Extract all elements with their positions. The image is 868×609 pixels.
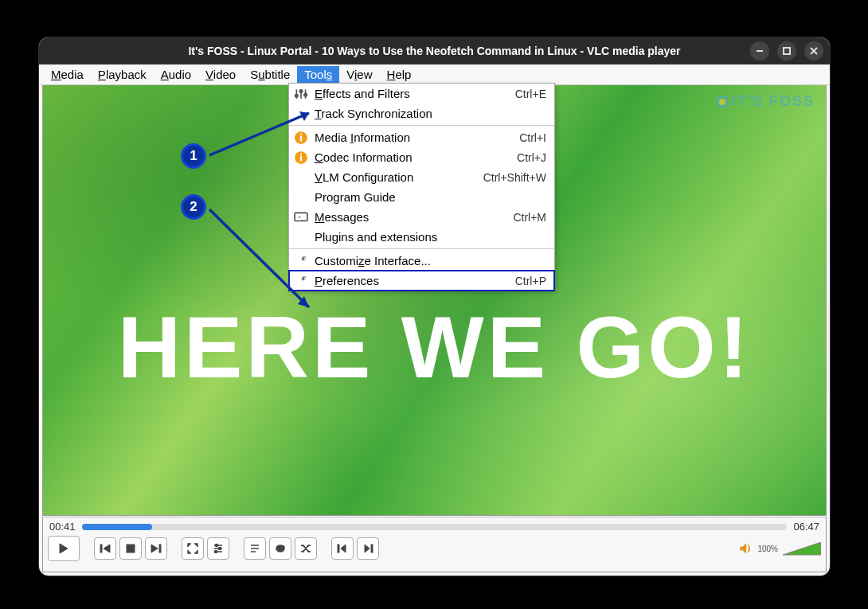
time-bar: 00:41 06:47 <box>43 517 826 534</box>
tools-menu-item[interactable]: Effects and FiltersCtrl+E <box>289 84 554 103</box>
menubar-item[interactable]: View <box>339 66 379 83</box>
svg-marker-18 <box>60 544 68 553</box>
maximize-button[interactable] <box>777 41 796 61</box>
svg-marker-22 <box>151 545 158 552</box>
menubar-item[interactable]: Help <box>380 66 419 83</box>
svg-point-28 <box>219 548 221 550</box>
svg-point-9 <box>304 93 307 96</box>
tools-menu-item[interactable]: Track Synchronization <box>289 103 554 123</box>
playlist-button[interactable] <box>244 537 266 560</box>
titlebar: It's FOSS - Linux Portal - 10 Ways to Us… <box>39 37 830 64</box>
tools-menu-item[interactable]: Program Guide <box>289 187 554 207</box>
svg-line-39 <box>209 113 309 155</box>
close-button[interactable] <box>804 41 823 61</box>
menu-item-label: Preferences <box>315 274 515 287</box>
svg-rect-1 <box>784 48 790 54</box>
annotation-callout-2: 2 <box>181 194 206 220</box>
stop-button[interactable] <box>119 537 142 560</box>
svg-point-7 <box>295 94 298 96</box>
svg-rect-33 <box>338 545 339 552</box>
menu-item-shortcut: Ctrl+M <box>513 211 546 224</box>
annotation-arrow-2 <box>205 205 325 317</box>
tools-menu-item[interactable]: Media InformationCtrl+I <box>289 127 554 147</box>
seek-bar[interactable] <box>82 524 788 530</box>
svg-marker-37 <box>741 543 747 554</box>
volume-slider[interactable] <box>783 541 821 556</box>
blank-icon <box>294 170 308 185</box>
menubar-item[interactable]: Playback <box>91 66 154 83</box>
fullscreen-button[interactable] <box>182 537 204 560</box>
controls-panel: 00:41 06:47 100% <box>42 517 827 572</box>
next-button[interactable] <box>145 537 167 560</box>
menu-item-label: Track Synchronization <box>315 107 546 120</box>
menu-item-label: Messages <box>315 210 513 224</box>
skipback-button[interactable] <box>331 537 354 560</box>
minimize-button[interactable] <box>750 41 769 61</box>
svg-marker-20 <box>104 545 110 552</box>
menubar-item[interactable]: Audio <box>154 66 198 83</box>
menu-item-shortcut: Ctrl+J <box>517 151 546 164</box>
play-button[interactable] <box>48 536 80 561</box>
ext-settings-button[interactable] <box>207 537 229 560</box>
menu-item-shortcut: Ctrl+Shift+W <box>483 171 546 184</box>
window-controls <box>750 41 823 61</box>
menu-item-shortcut: Ctrl+E <box>515 88 546 100</box>
menu-item-label: Effects and Filters <box>315 87 515 100</box>
svg-marker-38 <box>783 542 821 555</box>
menubar-item[interactable]: Subtitle <box>243 66 297 83</box>
tools-menu-item[interactable]: Codec InformationCtrl+J <box>289 147 554 167</box>
menu-item-label: Media Information <box>315 131 519 144</box>
sliders-icon <box>294 87 308 101</box>
tools-menu-item[interactable]: VLM ConfigurationCtrl+Shift+W <box>289 167 554 187</box>
svg-rect-36 <box>371 545 373 552</box>
app-window: It's FOSS - Linux Portal - 10 Ways to Us… <box>39 37 830 576</box>
blank-icon <box>294 190 308 205</box>
time-total: 06:47 <box>793 521 819 533</box>
skipfwd-button[interactable] <box>357 537 379 560</box>
menu-item-label: Customize Interface... <box>315 254 546 267</box>
menu-item-label: Codec Information <box>315 150 517 164</box>
watermark-text: IT'S FOSS <box>732 93 815 110</box>
svg-point-29 <box>215 551 217 553</box>
annotation-callout-1: 1 <box>181 143 206 169</box>
seek-fill <box>82 524 153 530</box>
tools-menu-item[interactable]: Customize Interface... <box>289 251 554 271</box>
menu-separator <box>289 248 554 249</box>
svg-rect-19 <box>100 545 102 552</box>
svg-rect-21 <box>127 545 135 552</box>
menu-item-shortcut: Ctrl+I <box>519 131 546 144</box>
menubar-item[interactable]: Video <box>198 66 243 83</box>
time-elapsed: 00:41 <box>49 521 76 533</box>
speaker-icon <box>738 541 753 556</box>
volume-label: 100% <box>757 545 778 553</box>
watermark-icon <box>716 96 729 108</box>
tools-dropdown: Effects and FiltersCtrl+ETrack Synchroni… <box>288 83 555 291</box>
annotation-arrow-1 <box>205 103 325 159</box>
window-title: It's FOSS - Linux Portal - 10 Ways to Us… <box>188 45 680 57</box>
svg-line-41 <box>209 209 309 307</box>
menu-item-label: Plugins and extensions <box>315 230 546 244</box>
svg-point-27 <box>216 545 218 547</box>
menu-item-label: VLM Configuration <box>315 170 483 184</box>
menu-item-shortcut: Ctrl+P <box>515 275 546 287</box>
video-overlay-text: HERE WE GO! <box>43 296 826 397</box>
loop-button[interactable] <box>269 537 291 560</box>
button-bar: 100% <box>43 534 826 563</box>
watermark: IT'S FOSS <box>716 93 815 110</box>
svg-marker-34 <box>341 545 346 552</box>
menu-item-label: Program Guide <box>315 190 546 204</box>
random-button[interactable] <box>295 537 317 560</box>
tools-menu-item[interactable]: Plugins and extensions <box>289 227 554 247</box>
menu-separator <box>289 125 554 126</box>
prev-button[interactable] <box>94 537 116 560</box>
menubar-item[interactable]: Tools <box>297 66 339 83</box>
svg-marker-35 <box>365 545 369 552</box>
tools-menu-item[interactable]: PreferencesCtrl+P <box>289 271 554 291</box>
svg-rect-23 <box>159 545 161 552</box>
volume-control[interactable]: 100% <box>738 541 821 556</box>
tools-menu-item[interactable]: >_MessagesCtrl+M <box>289 207 554 227</box>
svg-point-8 <box>299 89 302 92</box>
menubar-item[interactable]: Media <box>44 66 91 83</box>
